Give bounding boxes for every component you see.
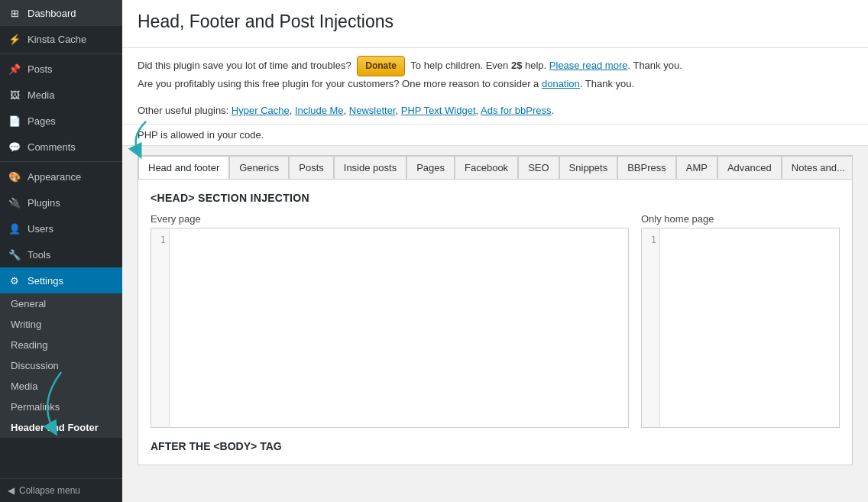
every-page-label: Every page [151, 213, 629, 225]
sidebar: ⊞ Dashboard ⚡ Kinsta Cache 📌 Posts 🖼 Med… [0, 0, 122, 502]
posts-icon: 📌 [8, 62, 21, 76]
tab-content-head-footer: <HEAD> SECTION INJECTION Every page 1 On… [138, 180, 852, 465]
home-page-editor: 1 [641, 228, 840, 428]
sidebar-sub-item-media[interactable]: Media [0, 376, 122, 397]
sidebar-sub-item-writing[interactable]: Writing [0, 314, 122, 335]
dashboard-icon: ⊞ [8, 6, 21, 20]
sidebar-item-dashboard[interactable]: ⊞ Dashboard [0, 0, 122, 26]
every-page-textarea[interactable] [170, 228, 628, 427]
tools-icon: 🔧 [8, 248, 21, 261]
sidebar-item-tools[interactable]: 🔧 Tools [0, 241, 122, 267]
php-notice: PHP is allowed in your code. [122, 125, 868, 146]
settings-icon: ⚙ [8, 274, 21, 287]
read-more-link[interactable]: Please read more [549, 60, 628, 71]
plugins-row: Other useful plugins: Hyper Cache, Inclu… [122, 100, 868, 125]
tab-pages[interactable]: Pages [406, 156, 455, 180]
tab-seo[interactable]: SEO [518, 156, 559, 180]
plugin-ads-bbpress[interactable]: Ads for bbPress [481, 105, 552, 116]
pages-icon: 📄 [8, 114, 21, 128]
comments-icon: 💬 [8, 140, 21, 154]
sidebar-sub-item-reading[interactable]: Reading [0, 335, 122, 355]
after-body-heading: AFTER THE <BODY> TAG [151, 440, 840, 452]
main-content: Head, Footer and Post Injections Did thi… [122, 0, 868, 502]
tabs-wrapper: Head and footer Generics Posts Inside po… [138, 155, 853, 465]
line-numbers-home: 1 [642, 228, 660, 427]
arrow-annotation-tab [122, 114, 177, 160]
tab-posts[interactable]: Posts [289, 156, 334, 180]
tabs-nav: Head and footer Generics Posts Inside po… [138, 156, 852, 180]
users-icon: 👤 [8, 222, 21, 235]
sidebar-item-plugins[interactable]: 🔌 Plugins [0, 189, 122, 215]
donation-link[interactable]: donation [542, 78, 580, 89]
tab-generics[interactable]: Generics [229, 156, 289, 180]
sidebar-item-kinsta-cache[interactable]: ⚡ Kinsta Cache [0, 26, 122, 52]
collapse-icon: ◀ [8, 485, 15, 496]
every-page-group: Every page 1 [151, 213, 629, 428]
home-page-label: Only home page [641, 213, 840, 225]
textareas-row: Every page 1 Only home page 1 [151, 213, 840, 428]
sidebar-item-users[interactable]: 👤 Users [0, 215, 122, 241]
donation-notice: Did this plugin save you lot of time and… [122, 48, 868, 100]
tab-notes[interactable]: Notes and... [782, 156, 852, 180]
plugin-php-text-widget[interactable]: PHP Text Widget [401, 105, 476, 116]
content-area: PHP is allowed in your code. Head and fo… [122, 125, 868, 481]
sidebar-item-posts[interactable]: 📌 Posts [0, 56, 122, 82]
tab-facebook[interactable]: Facebook [455, 156, 518, 180]
tab-snippets[interactable]: Snippets [559, 156, 618, 180]
appearance-icon: 🎨 [8, 170, 21, 183]
sidebar-item-settings[interactable]: ⚙ Settings [0, 267, 122, 293]
sidebar-sub-item-discussion[interactable]: Discussion [0, 355, 122, 376]
sidebar-sub-item-header-footer[interactable]: Header and Footer [0, 417, 122, 438]
tab-amp[interactable]: AMP [676, 156, 717, 180]
page-title: Head, Footer and Post Injections [138, 11, 853, 32]
media-icon: 🖼 [8, 88, 21, 102]
tab-bbpress[interactable]: BBPress [617, 156, 676, 180]
donate-button[interactable]: Donate [357, 56, 405, 76]
plugins-icon: 🔌 [8, 196, 21, 209]
sidebar-item-pages[interactable]: 📄 Pages [0, 108, 122, 134]
tab-advanced[interactable]: Advanced [717, 156, 782, 180]
sidebar-item-comments[interactable]: 💬 Comments [0, 134, 122, 160]
settings-submenu: General Writing Reading Discussion Media… [0, 293, 122, 438]
sidebar-item-media[interactable]: 🖼 Media [0, 82, 122, 108]
sidebar-item-appearance[interactable]: 🎨 Appearance [0, 164, 122, 189]
tab-inside-posts[interactable]: Inside posts [334, 156, 406, 180]
sidebar-sub-item-permalinks[interactable]: Permalinks [0, 397, 122, 417]
kinsta-icon: ⚡ [8, 32, 21, 46]
line-numbers-every: 1 [151, 228, 170, 427]
head-section-heading: <HEAD> SECTION INJECTION [151, 192, 840, 204]
every-page-editor: 1 [151, 228, 629, 428]
home-page-textarea[interactable] [660, 228, 839, 427]
home-page-group: Only home page 1 [641, 213, 840, 428]
plugin-newsletter[interactable]: Newsletter [349, 105, 396, 116]
page-header: Head, Footer and Post Injections [122, 0, 868, 48]
plugin-hyper-cache[interactable]: Hyper Cache [232, 105, 290, 116]
sidebar-sub-item-general[interactable]: General [0, 293, 122, 314]
collapse-menu-button[interactable]: ◀ Collapse menu [0, 478, 122, 502]
plugin-include-me[interactable]: Include Me [295, 105, 344, 116]
